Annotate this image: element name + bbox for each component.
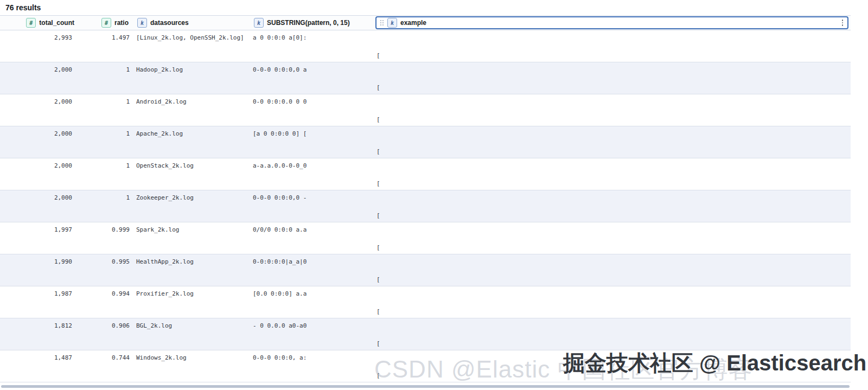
number-type-icon: # — [26, 18, 36, 28]
cell-datasources[interactable]: Spark_2k.log — [133, 222, 250, 254]
example-open-bracket: [ — [376, 243, 848, 252]
example-open-bracket: [ — [376, 83, 848, 92]
example-open-bracket: [ — [376, 115, 848, 124]
column-header-datasources[interactable]: k datasources — [133, 16, 250, 30]
cell-ratio[interactable]: 1 — [79, 126, 133, 158]
grid-body: 2,993 1.497 [Linux_2k.log, OpenSSH_2k.lo… — [0, 30, 851, 382]
cell-substring[interactable]: 0-0-0 0:0:0,0 - — [250, 190, 373, 222]
cell-substring[interactable]: 0-0-0 0:0:0,0 a — [250, 62, 373, 94]
cell-total-count[interactable]: 2,993 — [0, 30, 79, 62]
cell-substring[interactable]: a 0 0:0:0 a[0]: — [250, 30, 373, 62]
cell-example[interactable]: [ - 1136301189 2006.01.03 R07-M0-N0-I:J1… — [373, 318, 851, 350]
cell-example[interactable]: [ 2015-08-25 11:26:28,145 - INFO [Quorum… — [373, 190, 851, 222]
cell-total-count[interactable]: 2,000 — [0, 190, 79, 222]
table-row[interactable]: 2,000 1 Zookeeper_2k.log 0-0-0 0:0:0,0 -… — [0, 190, 851, 222]
example-open-bracket: [ — [376, 147, 848, 156]
cell-ratio[interactable]: 1 — [79, 94, 133, 126]
cell-datasources[interactable]: Android_2k.log — [133, 94, 250, 126]
column-header-label: total_count — [39, 19, 74, 27]
cell-total-count[interactable]: 1,997 — [0, 222, 79, 254]
example-open-bracket: [ — [376, 51, 848, 60]
cell-ratio[interactable]: 0.999 — [79, 222, 133, 254]
cell-total-count[interactable]: 1,487 — [0, 350, 79, 382]
results-bar: 76 results — [0, 0, 868, 15]
cell-datasources[interactable]: Apache_2k.log — [133, 126, 250, 158]
grid-header-row: # total_count # ratio k datasources k SU… — [0, 15, 851, 30]
cell-total-count[interactable]: 1,990 — [0, 254, 79, 286]
cell-example[interactable]: [ 2015-10-18 18:10:55,202 WARN [LeaseRen… — [373, 62, 851, 94]
cell-total-count[interactable]: 2,000 — [0, 62, 79, 94]
example-open-bracket: [ — [376, 275, 848, 284]
cell-example[interactable]: [ Jun 30 20:53:06 combo klogind[19285]: … — [373, 30, 851, 62]
column-header-label: example — [400, 19, 426, 27]
column-header-ratio[interactable]: # ratio — [79, 16, 133, 30]
cell-datasources[interactable]: Windows_2k.log — [133, 350, 250, 382]
cell-example[interactable]: [ 03-17 16:16:09.141 1702 1820 I Display… — [373, 94, 851, 126]
example-open-bracket: [ — [376, 179, 848, 188]
cell-ratio[interactable]: 0.995 — [79, 254, 133, 286]
cell-total-count[interactable]: 1,812 — [0, 318, 79, 350]
cell-ratio[interactable]: 0.744 — [79, 350, 133, 382]
example-open-bracket: [ — [376, 371, 848, 380]
cell-datasources[interactable]: [Linux_2k.log, OpenSSH_2k.log] — [133, 30, 250, 62]
cell-substring[interactable]: [a 0 0:0:0 0] [ — [250, 126, 373, 158]
cell-example[interactable]: [ 17/06/09 20:11:11 INFO storage.BlockMa… — [373, 222, 851, 254]
results-count: 76 results — [5, 3, 41, 12]
cell-total-count[interactable]: 2,000 — [0, 94, 79, 126]
cell-example[interactable]: [ 2016-09-29 02:04:40, Info CBS Session:… — [373, 350, 851, 382]
column-header-label: datasources — [150, 19, 189, 27]
cell-ratio[interactable]: 0.906 — [79, 318, 133, 350]
cell-example[interactable]: [ [10.30 21:21:48] chrome.exe - proxy.cs… — [373, 286, 851, 318]
cell-example[interactable]: [ [Sun Dec 04 20:47:17 2005] [notice] wo… — [373, 126, 851, 158]
cell-datasources[interactable]: OpenStack_2k.log — [133, 158, 250, 190]
table-row[interactable]: 1,990 0.995 HealthApp_2k.log 0-0:0:0:0|a… — [0, 254, 851, 286]
cell-ratio[interactable]: 1 — [79, 190, 133, 222]
cell-datasources[interactable]: Proxifier_2k.log — [133, 286, 250, 318]
column-header-substring[interactable]: k SUBSTRING(pattern, 0, 15) — [250, 16, 373, 30]
cell-datasources[interactable]: Hadoop_2k.log — [133, 62, 250, 94]
data-grid: # total_count # ratio k datasources k SU… — [0, 15, 851, 382]
cell-datasources[interactable]: BGL_2k.log — [133, 318, 250, 350]
column-menu-kebab-icon[interactable] — [841, 18, 845, 27]
drag-handle-icon[interactable] — [380, 20, 384, 26]
cell-example[interactable]: [ 20171224-1:2:35:789|Step_LSC|30002312|… — [373, 254, 851, 286]
table-row[interactable]: 2,000 1 Android_2k.log 0-0 0:0:0.0 0 0 [… — [0, 94, 851, 126]
cell-total-count[interactable]: 2,000 — [0, 126, 79, 158]
cell-substring[interactable]: 0-0:0:0:0|a_a|0 — [250, 254, 373, 286]
cell-substring[interactable]: [0.0 0:0:0] a.a — [250, 286, 373, 318]
cell-total-count[interactable]: 2,000 — [0, 158, 79, 190]
cell-ratio[interactable]: 1 — [79, 62, 133, 94]
keyword-type-icon: k — [387, 18, 397, 28]
cell-total-count[interactable]: 1,987 — [0, 286, 79, 318]
cell-example[interactable]: [ nova-scheduler.log.1.2017-05-16_13:53:… — [373, 158, 851, 190]
table-row[interactable]: 1,987 0.994 Proxifier_2k.log [0.0 0:0:0]… — [0, 286, 851, 318]
column-header-label: ratio — [114, 19, 129, 27]
cell-ratio[interactable]: 0.994 — [79, 286, 133, 318]
table-row[interactable]: 1,812 0.906 BGL_2k.log - 0 0.0.0 a0-a0 [… — [0, 318, 851, 350]
esql-results-panel: 76 results # total_count # ratio k datas… — [0, 0, 868, 390]
cell-substring[interactable]: a-a.a.0.0-0-0_0 — [250, 158, 373, 190]
table-row[interactable]: 1,487 0.744 Windows_2k.log 0-0-0 0:0:0, … — [0, 350, 851, 382]
table-row[interactable]: 2,000 1 Apache_2k.log [a 0 0:0:0 0] [ [ … — [0, 126, 851, 158]
keyword-type-icon: k — [254, 18, 264, 28]
cell-substring[interactable]: 0/0/0 0:0:0 a.a — [250, 222, 373, 254]
number-type-icon: # — [101, 18, 111, 28]
cell-ratio[interactable]: 1.497 — [79, 30, 133, 62]
cell-substring[interactable]: 0-0 0:0:0.0 0 0 — [250, 94, 373, 126]
horizontal-scrollbar[interactable] — [1, 385, 850, 388]
column-header-label: SUBSTRING(pattern, 0, 15) — [267, 19, 350, 27]
selected-column-header-box[interactable]: k example — [375, 16, 848, 29]
column-header-example[interactable]: k example — [373, 16, 851, 30]
table-row[interactable]: 2,000 1 Hadoop_2k.log 0-0-0 0:0:0,0 a [ … — [0, 62, 851, 94]
cell-datasources[interactable]: Zookeeper_2k.log — [133, 190, 250, 222]
table-row[interactable]: 1,997 0.999 Spark_2k.log 0/0/0 0:0:0 a.a… — [0, 222, 851, 254]
keyword-type-icon: k — [137, 18, 147, 28]
cell-substring[interactable]: 0-0-0 0:0:0, a: — [250, 350, 373, 382]
table-row[interactable]: 2,000 1 OpenStack_2k.log a-a.a.0.0-0-0_0… — [0, 158, 851, 190]
cell-ratio[interactable]: 1 — [79, 158, 133, 190]
cell-datasources[interactable]: HealthApp_2k.log — [133, 254, 250, 286]
table-row[interactable]: 2,993 1.497 [Linux_2k.log, OpenSSH_2k.lo… — [0, 30, 851, 62]
column-header-total-count[interactable]: # total_count — [0, 16, 79, 30]
cell-substring[interactable]: - 0 0.0.0 a0-a0 — [250, 318, 373, 350]
example-open-bracket: [ — [376, 211, 848, 220]
